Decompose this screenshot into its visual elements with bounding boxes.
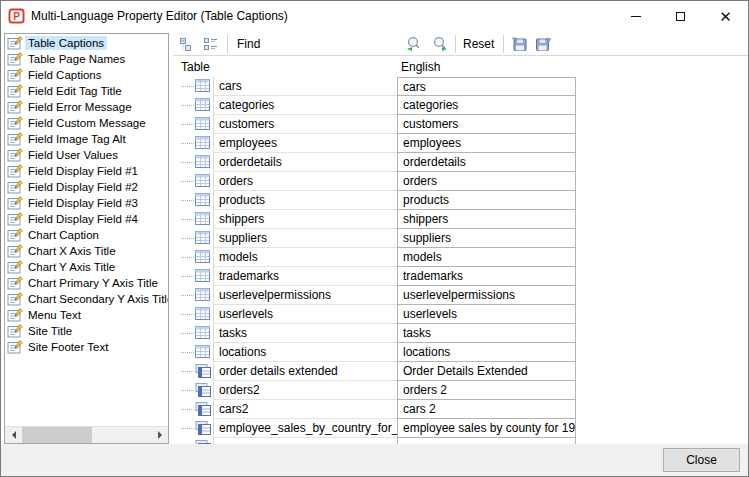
sidebar-item[interactable]: Field Display Field #1 <box>5 163 168 179</box>
english-caption-cell[interactable]: Order Details Extended <box>397 361 576 382</box>
tree-connector <box>181 352 194 353</box>
english-caption-cell[interactable]: trademarks <box>397 266 576 287</box>
english-caption-cell[interactable]: employees <box>397 133 576 154</box>
sidebar-item[interactable]: Menu Text <box>5 307 168 323</box>
english-caption-cell[interactable]: cars <box>397 77 576 97</box>
table-row: customers customers <box>175 115 746 134</box>
grid-header: Table English <box>175 57 746 77</box>
scroll-left-arrow[interactable] <box>5 427 22 443</box>
scrollbar-thumb[interactable] <box>22 427 92 443</box>
table-icon <box>195 288 210 301</box>
sidebar-item[interactable]: Field Image Tag Alt <box>5 131 168 147</box>
table-icon <box>195 269 210 282</box>
table-row: trademarks trademarks <box>175 267 746 286</box>
sidebar-horizontal-scrollbar[interactable] <box>5 426 168 443</box>
sidebar-item-label: Field Display Field #4 <box>25 212 141 226</box>
sidebar-item[interactable]: Site Footer Text <box>5 339 168 355</box>
sidebar-item-label: Table Captions <box>25 36 107 50</box>
maximize-button[interactable] <box>658 1 703 31</box>
table-icon <box>195 136 210 149</box>
english-caption-cell[interactable]: models <box>397 247 576 268</box>
collapse-tree-button[interactable] <box>179 35 195 53</box>
minimize-button[interactable] <box>613 1 658 31</box>
form-edit-icon <box>7 275 23 291</box>
sidebar-item[interactable]: Table Page Names <box>5 51 168 67</box>
english-caption-cell[interactable]: customers <box>397 114 576 135</box>
form-edit-icon <box>7 291 23 307</box>
sidebar-item[interactable]: Field Display Field #2 <box>5 179 168 195</box>
english-caption-cell[interactable]: tasks <box>397 323 576 344</box>
sidebar-item[interactable]: Field Captions <box>5 67 168 83</box>
toolbar-separator <box>227 35 228 53</box>
load-file-button[interactable] <box>511 35 528 53</box>
table-icon <box>195 231 210 244</box>
sidebar-item-label: Field Captions <box>25 68 105 82</box>
english-caption-cell[interactable]: products <box>397 190 576 211</box>
english-caption-cell[interactable]: categories <box>397 95 576 116</box>
close-window-button[interactable]: ✕ <box>703 1 748 31</box>
minimize-icon <box>631 16 641 17</box>
tree-connector <box>181 124 194 125</box>
table-icon <box>195 98 210 111</box>
table-icon <box>195 117 210 130</box>
expand-list-icon <box>203 36 219 52</box>
sidebar-item[interactable]: Chart X Axis Title <box>5 243 168 259</box>
table-name-cell: order details extended <box>213 362 397 381</box>
sidebar-item-label: Chart Primary Y Axis Title <box>25 276 161 290</box>
sidebar-item[interactable]: Field User Values <box>5 147 168 163</box>
english-caption-cell[interactable]: employee sales by county for 1997 <box>397 418 576 439</box>
sidebar-item[interactable]: Field Display Field #4 <box>5 211 168 227</box>
toolbar-separator <box>455 35 456 53</box>
english-caption-cell[interactable]: userlevelpermissions <box>397 285 576 306</box>
find-button[interactable]: Find <box>237 35 260 53</box>
sidebar-item-label: Field Edit Tag Title <box>25 84 125 98</box>
find-next-button[interactable] <box>431 35 449 53</box>
expand-list-button[interactable] <box>203 35 219 53</box>
view-icon <box>195 421 211 435</box>
table-icon <box>195 250 210 263</box>
tree-connector <box>181 143 194 144</box>
sidebar-item[interactable]: Chart Caption <box>5 227 168 243</box>
sidebar-item[interactable]: Chart Secondary Y Axis Title <box>5 291 168 307</box>
english-caption-cell[interactable]: orders 2 <box>397 380 576 401</box>
tree-connector <box>181 238 194 239</box>
form-edit-icon <box>7 67 23 83</box>
sidebar-item-label: Field Error Message <box>25 100 135 114</box>
sidebar-item[interactable]: Site Title <box>5 323 168 339</box>
table-icon <box>195 307 210 320</box>
table-row: models models <box>175 248 746 267</box>
english-caption-cell[interactable]: suppliers <box>397 228 576 249</box>
property-category-list: Table Captions Table Page Names <box>4 33 169 444</box>
table-row: suppliers suppliers <box>175 229 746 248</box>
sidebar-item[interactable]: Chart Primary Y Axis Title <box>5 275 168 291</box>
english-caption-cell[interactable]: userlevels <box>397 304 576 325</box>
sidebar-item[interactable]: Field Custom Message <box>5 115 168 131</box>
dialog-window: P Multi-Language Property Editor (Table … <box>0 0 749 477</box>
english-caption-cell[interactable]: orders <box>397 171 576 192</box>
sidebar-item[interactable]: Field Edit Tag Title <box>5 83 168 99</box>
tree-connector <box>181 295 194 296</box>
sidebar-item[interactable]: Field Error Message <box>5 99 168 115</box>
sidebar-item-label: Chart Y Axis Title <box>25 260 118 274</box>
app-logo-icon: P <box>8 8 25 24</box>
english-caption-cell[interactable]: locations <box>397 342 576 363</box>
english-caption-cell[interactable]: orderdetails <box>397 152 576 173</box>
close-button[interactable]: Close <box>663 448 740 472</box>
tree-connector <box>181 181 194 182</box>
english-caption-cell[interactable]: cars 2 <box>397 399 576 420</box>
table-row: employees employees <box>175 134 746 153</box>
sidebar-item[interactable]: Field Display Field #3 <box>5 195 168 211</box>
view-icon <box>195 364 211 378</box>
sidebar-item[interactable]: Chart Y Axis Title <box>5 259 168 275</box>
sidebar-item-label: Field Display Field #3 <box>25 196 141 210</box>
english-caption-cell[interactable]: shippers <box>397 209 576 230</box>
find-previous-button[interactable] <box>405 35 423 53</box>
reset-button[interactable]: Reset <box>463 35 494 53</box>
save-file-button[interactable] <box>535 35 552 53</box>
form-edit-icon <box>7 211 23 227</box>
footer-bar: Close <box>1 444 748 476</box>
table-row: shippers shippers <box>175 210 746 229</box>
titlebar: P Multi-Language Property Editor (Table … <box>1 1 748 31</box>
sidebar-item[interactable]: Table Captions <box>5 35 168 51</box>
scroll-right-arrow[interactable] <box>151 427 168 443</box>
